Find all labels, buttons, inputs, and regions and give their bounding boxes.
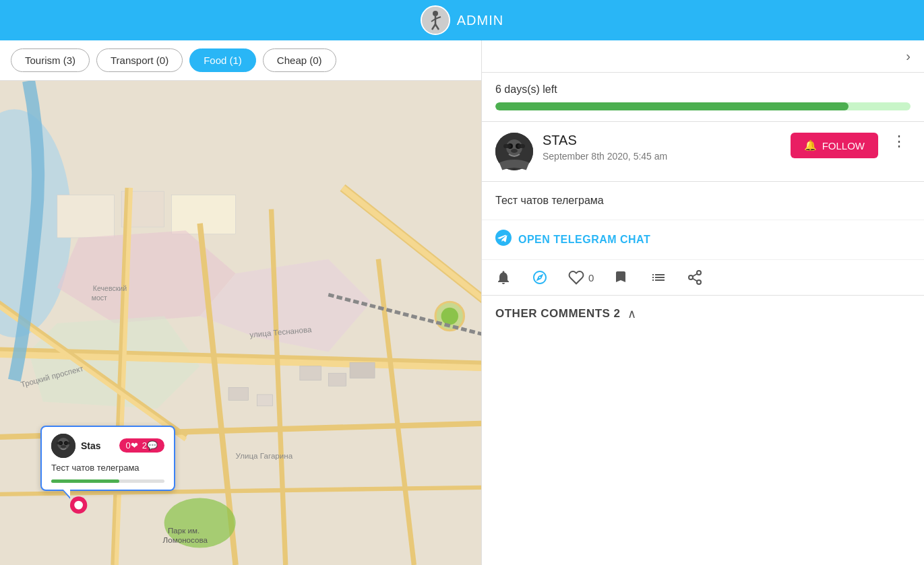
svg-text:Ломоносова: Ломоносова: [163, 535, 208, 544]
compass-action[interactable]: [532, 269, 548, 286]
map-popup[interactable]: Stas 0❤ 2💬 Тест чатов телеграма: [40, 426, 175, 491]
svg-line-65: [693, 274, 698, 277]
badge-comments: 2💬: [142, 440, 158, 451]
svg-text:Улица Гагарина: Улица Гагарина: [236, 451, 293, 460]
follow-label: FOLLOW: [822, 140, 865, 152]
user-name: STAS: [543, 133, 781, 148]
svg-rect-11: [171, 195, 235, 234]
svg-rect-60: [518, 144, 525, 148]
main-layout: Tourism (3) Transport (0) Food (1) Cheap…: [0, 40, 924, 565]
user-info-section: STAS September 8th 2020, 5:45 am 🔔 FOLLO…: [482, 122, 924, 182]
popup-badge: 0❤ 2💬: [119, 438, 164, 453]
admin-name: ADMIN: [457, 13, 503, 28]
svg-rect-59: [503, 144, 511, 148]
user-details: STAS September 8th 2020, 5:45 am: [543, 133, 781, 162]
admin-info: ADMIN: [421, 5, 503, 35]
svg-rect-53: [65, 442, 70, 444]
svg-rect-40: [328, 373, 346, 386]
comments-chevron-icon: ∧: [627, 306, 636, 321]
svg-point-32: [441, 308, 458, 325]
svg-point-1: [433, 11, 438, 16]
svg-point-63: [697, 280, 701, 284]
days-left-section: 6 days(s) left: [482, 73, 924, 122]
map-area[interactable]: Парк им. Ломоносова улица Теснанова Троц…: [0, 81, 481, 565]
tab-transport[interactable]: Transport (0): [96, 48, 183, 72]
save-action[interactable]: [614, 269, 630, 286]
tab-tourism[interactable]: Tourism (3): [11, 48, 90, 72]
svg-point-46: [74, 501, 83, 510]
action-bar: 0: [482, 260, 924, 296]
comments-section: OTHER COMMENTS 2 ∧: [482, 296, 924, 332]
like-action[interactable]: 0: [568, 269, 594, 286]
popup-header: Stas 0❤ 2💬: [51, 434, 164, 458]
notification-action[interactable]: [495, 269, 512, 286]
follow-button[interactable]: 🔔 FOLLOW: [791, 133, 878, 158]
popup-progress-bar: [51, 479, 164, 483]
popup-avatar: [51, 434, 75, 458]
list-action[interactable]: [650, 269, 667, 286]
telegram-icon: [495, 230, 512, 250]
popup-username-container: Stas: [81, 440, 101, 452]
svg-text:мост: мост: [92, 294, 107, 302]
days-left-text: 6 days(s) left: [495, 84, 911, 96]
user-avatar: [495, 133, 533, 170]
progress-bar: [495, 102, 911, 110]
progress-bar-fill: [495, 102, 849, 110]
svg-point-58: [511, 149, 518, 153]
popup-text: Тест чатов телеграма: [51, 462, 164, 474]
svg-text:Кечевский: Кечевский: [93, 284, 127, 292]
telegram-text: OPEN TELEGRAM CHAT: [518, 234, 650, 246]
like-count: 0: [588, 272, 594, 284]
svg-rect-9: [57, 195, 115, 238]
svg-point-62: [689, 275, 693, 279]
header: ADMIN: [0, 0, 924, 40]
svg-point-61: [697, 271, 701, 275]
more-options-button[interactable]: ⋮: [888, 133, 911, 150]
badge-likes: 0❤: [126, 440, 138, 451]
popup-progress-fill: [51, 479, 119, 483]
svg-rect-41: [350, 362, 375, 378]
comments-title: OTHER COMMENTS 2: [495, 307, 621, 321]
comments-header[interactable]: OTHER COMMENTS 2 ∧: [495, 306, 911, 321]
chevron-right-icon[interactable]: ›: [906, 48, 911, 64]
svg-line-64: [693, 279, 698, 281]
tab-cheap[interactable]: Cheap (0): [263, 48, 336, 72]
svg-rect-52: [57, 442, 62, 444]
category-tabs: Tourism (3) Transport (0) Food (1) Cheap…: [0, 40, 481, 81]
user-date: September 8th 2020, 5:45 am: [543, 151, 781, 162]
bell-icon: 🔔: [804, 139, 817, 152]
left-panel: Tourism (3) Transport (0) Food (1) Cheap…: [0, 40, 481, 565]
right-header: ›: [482, 40, 924, 73]
svg-rect-42: [228, 387, 249, 400]
share-action[interactable]: [687, 269, 703, 286]
popup-username: Stas: [81, 440, 101, 451]
tab-food[interactable]: Food (1): [189, 48, 256, 72]
telegram-link[interactable]: OPEN TELEGRAM CHAT: [482, 220, 924, 260]
post-content: Тест чатов телеграма: [482, 182, 924, 220]
svg-point-51: [61, 445, 66, 448]
svg-rect-39: [300, 366, 321, 380]
svg-rect-43: [257, 395, 272, 406]
right-panel: › 6 days(s) left: [481, 40, 924, 565]
avatar: [421, 5, 450, 35]
svg-text:Парк им.: Парк им.: [168, 526, 199, 535]
